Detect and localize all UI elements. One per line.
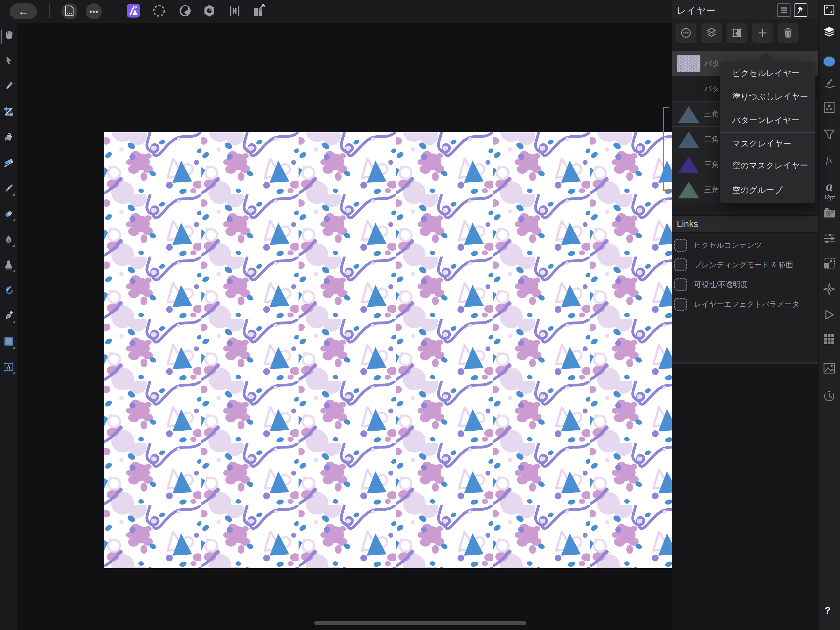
flood-fill-tool[interactable] bbox=[2, 131, 15, 143]
link-checkbox[interactable] bbox=[674, 298, 687, 311]
media-studio-icon[interactable] bbox=[823, 362, 835, 374]
menu-item-label: 塗りつぶしレイヤー bbox=[732, 91, 808, 102]
persona-tone-mapping[interactable] bbox=[227, 4, 242, 19]
text-tool[interactable]: A bbox=[2, 361, 15, 373]
panel-lower-area bbox=[672, 364, 818, 630]
layers-toolbar bbox=[672, 23, 818, 44]
paint-brush-tool[interactable] bbox=[2, 182, 15, 195]
camera-studio-icon[interactable] bbox=[823, 207, 835, 219]
layer-thumbnail-triangle bbox=[677, 130, 700, 149]
menu-item-mask-layer[interactable]: マスクレイヤー bbox=[720, 133, 815, 154]
link-item-visibility-opacity: 可視性/不透明度 bbox=[672, 275, 818, 294]
erase-tool[interactable] bbox=[2, 207, 15, 220]
menu-item-pixel-layer[interactable]: ピクセルレイヤー bbox=[720, 62, 815, 85]
toolbar-divider bbox=[115, 4, 115, 19]
menu-item-pattern-layer[interactable]: パターンレイヤー bbox=[720, 108, 815, 133]
navigator-studio-icon[interactable] bbox=[823, 283, 835, 295]
home-indicator[interactable] bbox=[314, 621, 526, 625]
pen-tool[interactable] bbox=[2, 310, 15, 322]
link-checkbox[interactable] bbox=[674, 258, 687, 271]
toolbar-divider bbox=[49, 4, 50, 19]
selection-persona-icon bbox=[152, 4, 166, 19]
persona-liquify[interactable] bbox=[178, 4, 192, 19]
gradient-tool[interactable] bbox=[2, 157, 15, 169]
play-studio-icon[interactable] bbox=[823, 309, 835, 321]
help-button[interactable]: ? bbox=[825, 605, 831, 616]
add-layer-button[interactable] bbox=[752, 23, 773, 43]
back-button[interactable]: ← bbox=[10, 3, 37, 19]
merge-layers-button[interactable] bbox=[701, 23, 722, 43]
top-toolbar: ← bbox=[0, 0, 672, 23]
more-options-button[interactable] bbox=[86, 3, 102, 19]
bracket-tick-bottom bbox=[664, 190, 669, 191]
link-checkbox[interactable] bbox=[674, 278, 687, 291]
typography-studio-icon[interactable]: a 12pt bbox=[823, 178, 835, 201]
links-list: ピクセルコンテンツ ブレンディングモード & 範囲 可視性/不透明度 レイヤーエ… bbox=[672, 235, 818, 314]
color-studio-icon[interactable] bbox=[823, 55, 835, 68]
links-title: Links bbox=[677, 219, 698, 229]
menu-item-label: 空のグループ bbox=[732, 185, 783, 196]
link-label: レイヤーエフェクトパラメータ bbox=[694, 299, 799, 309]
panel-options-button[interactable] bbox=[777, 3, 791, 17]
document-menu-button[interactable] bbox=[62, 3, 77, 19]
link-label: ブレンディングモード & 範囲 bbox=[694, 260, 793, 270]
fx-label: fx bbox=[826, 155, 833, 165]
bracket-tick-top bbox=[664, 107, 669, 108]
persona-photo[interactable] bbox=[126, 4, 141, 19]
svg-text:A: A bbox=[6, 364, 11, 371]
menu-caret bbox=[757, 52, 776, 62]
view-hand-tool[interactable] bbox=[2, 29, 15, 41]
filters-studio-icon[interactable] bbox=[823, 128, 835, 141]
document-icon bbox=[65, 6, 74, 17]
persona-selection[interactable] bbox=[152, 4, 166, 19]
expand-panel-icon[interactable] bbox=[823, 4, 835, 16]
add-layer-menu: ピクセルレイヤー 塗りつぶしレイヤー パターンレイヤー マスクレイヤー 空のマス… bbox=[720, 62, 815, 203]
link-label: 可視性/不透明度 bbox=[694, 280, 748, 290]
swatches-studio-icon[interactable] bbox=[823, 101, 835, 114]
panel-title: レイヤー bbox=[677, 4, 715, 17]
link-item-layer-effects: レイヤーエフェクトパラメータ bbox=[672, 294, 818, 314]
delete-layer-button[interactable] bbox=[778, 23, 799, 43]
history-studio-icon[interactable] bbox=[823, 390, 835, 402]
layers-studio-icon[interactable] bbox=[823, 26, 835, 38]
layer-thumbnail-pattern bbox=[677, 55, 700, 72]
clone-stamp-tool[interactable] bbox=[2, 259, 15, 271]
history-brush-tool[interactable] bbox=[2, 284, 15, 296]
persona-develop[interactable] bbox=[202, 4, 216, 19]
transform-studio-icon[interactable] bbox=[823, 258, 835, 270]
pin-panel-button[interactable] bbox=[794, 3, 807, 17]
layer-thumbnail-triangle bbox=[677, 155, 700, 174]
adjustments-studio-icon[interactable] bbox=[823, 232, 835, 245]
mask-layer-button[interactable] bbox=[726, 23, 747, 43]
persona-export[interactable] bbox=[252, 4, 266, 19]
link-label: ピクセルコンテンツ bbox=[694, 240, 762, 250]
link-item-blend-mode: ブレンディングモード & 範囲 bbox=[672, 255, 818, 275]
effects-studio-icon[interactable]: fx bbox=[823, 154, 835, 166]
tone-mapping-persona-icon bbox=[228, 4, 242, 19]
develop-persona-icon bbox=[203, 4, 216, 19]
link-checkbox[interactable] bbox=[674, 239, 687, 252]
liquify-persona-icon bbox=[178, 4, 192, 19]
studio-strip: fx a 12pt bbox=[818, 0, 840, 630]
color-picker-tool[interactable] bbox=[2, 80, 15, 92]
typography-glyph: a bbox=[826, 179, 833, 194]
active-tool-indicator bbox=[1, 30, 2, 44]
move-tool[interactable] bbox=[2, 54, 15, 67]
menu-item-empty-mask-layer[interactable]: 空のマスクレイヤー bbox=[720, 154, 815, 177]
affinity-photo-icon bbox=[126, 4, 141, 19]
grid-studio-icon[interactable] bbox=[823, 333, 835, 345]
menu-item-label: 空のマスクレイヤー bbox=[732, 160, 808, 171]
retouch-flame-tool[interactable] bbox=[2, 233, 15, 245]
layers-panel-header: レイヤー bbox=[672, 0, 818, 19]
menu-item-empty-group[interactable]: 空のグループ bbox=[720, 177, 815, 203]
canvas-area[interactable] bbox=[17, 23, 672, 630]
document-canvas[interactable] bbox=[104, 132, 683, 568]
menu-item-fill-layer[interactable]: 塗りつぶしレイヤー bbox=[720, 85, 815, 108]
export-persona-icon bbox=[253, 4, 266, 19]
layer-thumbnail-triangle bbox=[677, 180, 700, 199]
brush-studio-icon[interactable] bbox=[823, 78, 835, 90]
crop-tool[interactable] bbox=[2, 106, 15, 118]
layer-options-button[interactable] bbox=[676, 23, 696, 43]
menu-item-label: ピクセルレイヤー bbox=[732, 68, 800, 79]
shape-tool[interactable] bbox=[2, 335, 15, 348]
